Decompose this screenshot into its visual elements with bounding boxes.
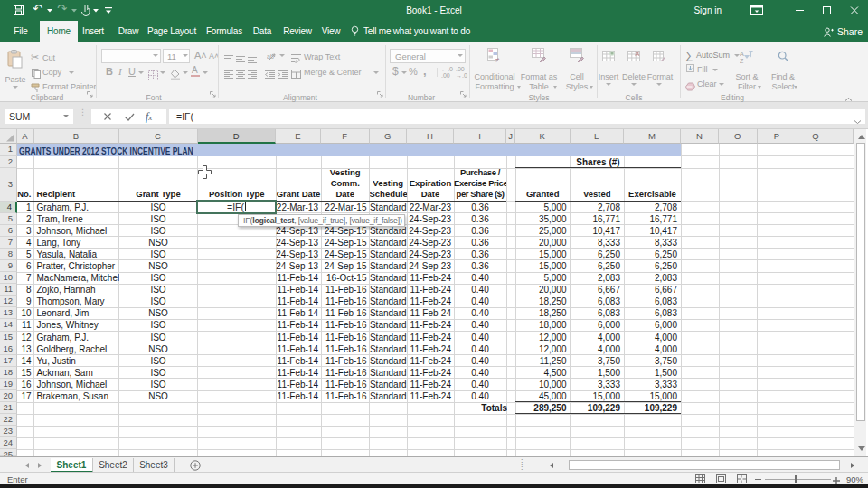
sheet-tab-sheet1[interactable]: Sheet1 <box>51 458 93 473</box>
cell-H10[interactable]: 11-Feb-24 <box>407 272 454 284</box>
cell-M12[interactable]: 6,083 <box>624 296 681 307</box>
cell-A19[interactable]: 16 <box>17 379 34 390</box>
share-button[interactable]: Share <box>824 21 863 42</box>
cell-M14[interactable]: 6,000 <box>624 319 681 331</box>
cell-M4[interactable]: 2,708 <box>624 202 681 213</box>
tab-review[interactable]: Review <box>280 21 315 42</box>
dropdown-caret-icon[interactable] <box>203 71 208 74</box>
row-header-9[interactable]: 9 <box>0 260 17 272</box>
cell-C8[interactable]: ISO <box>119 249 198 260</box>
column-header-A[interactable]: A <box>17 129 34 144</box>
cell-I15[interactable]: 0.40 <box>454 332 506 343</box>
cell-K18[interactable]: 4,500 <box>515 367 571 379</box>
row-header-19[interactable]: 19 <box>0 379 17 390</box>
cell-A12[interactable]: 9 <box>17 296 34 307</box>
tab-draw[interactable]: Draw <box>114 21 143 42</box>
decrease-decimal-icon[interactable]: .00→.0 <box>456 66 467 79</box>
col-header-granted[interactable]: Granted <box>515 168 571 202</box>
cell-L11[interactable]: 6,667 <box>571 284 625 296</box>
cell-F14[interactable]: 11-Feb-16 <box>321 319 370 331</box>
cell-H20[interactable]: 11-Feb-24 <box>407 390 454 402</box>
cell-H11[interactable]: 11-Feb-24 <box>407 284 454 296</box>
cell-H6[interactable]: 24-Sep-23 <box>407 225 454 237</box>
cell-C18[interactable]: ISO <box>119 367 198 379</box>
tab-insert[interactable]: Insert <box>80 21 107 42</box>
cell-F8[interactable]: 24-Sep-15 <box>321 249 370 260</box>
cell-A5[interactable]: 2 <box>17 213 34 225</box>
dropdown-caret-icon[interactable] <box>719 83 724 86</box>
cell-M10[interactable]: 2,083 <box>624 272 681 284</box>
dropdown-caret-icon[interactable] <box>183 54 188 57</box>
cell-B19[interactable]: Johnson, Michael <box>34 379 119 390</box>
align-middle-icon[interactable] <box>236 51 245 67</box>
cell-B8[interactable]: Yasula, Natalia <box>34 249 119 260</box>
dropdown-caret-icon[interactable] <box>373 71 379 74</box>
cell-F9[interactable]: 24-Sep-15 <box>321 260 370 272</box>
cell-K9[interactable]: 15,000 <box>515 260 571 272</box>
column-header-P[interactable]: P <box>758 129 797 144</box>
cell-L7[interactable]: 8,333 <box>571 237 625 249</box>
cell-F19[interactable]: 11-Feb-16 <box>321 379 370 390</box>
cell-C5[interactable]: ISO <box>119 213 198 225</box>
row-header-3[interactable]: 3 <box>0 168 17 202</box>
cell-C6[interactable]: ISO <box>119 225 198 237</box>
cell-C19[interactable]: ISO <box>119 379 198 390</box>
column-header-M[interactable]: M <box>624 129 681 144</box>
wrap-text-label[interactable]: Wrap Text <box>304 52 340 61</box>
cell-M19[interactable]: 3,333 <box>624 379 681 390</box>
formula-bar-splitter[interactable]: ⋮ <box>79 110 87 114</box>
row-header-23[interactable]: 23 <box>0 426 17 437</box>
find-select-label[interactable]: Find & Select <box>765 72 801 92</box>
ribbon-display-options-icon[interactable] <box>750 5 763 15</box>
cell-C14[interactable]: ISO <box>119 319 198 331</box>
cell-M7[interactable]: 8,333 <box>624 237 681 249</box>
cell-K13[interactable]: 18,250 <box>515 307 571 319</box>
cell-I10[interactable]: 0.40 <box>454 272 506 284</box>
cell-B5[interactable]: Tram, Irene <box>34 213 119 225</box>
increase-decimal-icon[interactable]: ←.0.00 <box>441 66 453 79</box>
cell-M15[interactable]: 4,000 <box>624 332 681 343</box>
cell-H9[interactable]: 24-Sep-23 <box>407 260 454 272</box>
accounting-format-icon[interactable]: $ <box>392 65 399 78</box>
cell-F20[interactable]: 11-Feb-16 <box>321 390 370 402</box>
orientation-icon[interactable]: ab <box>267 50 278 66</box>
format-cells-icon[interactable] <box>653 49 665 65</box>
cell-B7[interactable]: Lang, Tony <box>34 237 119 249</box>
tab-scrollbar-splitter[interactable]: ⋮⋮ <box>518 461 525 469</box>
column-header-L[interactable]: L <box>571 129 625 144</box>
formula-input[interactable]: =IF( <box>169 109 865 124</box>
horizontal-scrollbar-thumb[interactable] <box>569 460 840 470</box>
tab-file[interactable]: File <box>7 21 34 42</box>
column-header-O[interactable]: O <box>719 129 758 144</box>
cell-E9[interactable]: 24-Sep-13 <box>276 260 321 272</box>
cell-A18[interactable]: 15 <box>17 367 34 379</box>
dropdown-caret-icon[interactable] <box>69 71 74 74</box>
minimize-button[interactable] <box>787 0 814 21</box>
cell-G10[interactable]: Standard <box>370 272 408 284</box>
sort-filter-label[interactable]: Sort & Filter <box>729 72 765 92</box>
row-header-5[interactable]: 5 <box>0 213 17 225</box>
fill-icon[interactable] <box>686 64 694 74</box>
dropdown-caret-icon[interactable] <box>631 83 637 86</box>
cell-E11[interactable]: 11-Feb-14 <box>276 284 321 296</box>
cell-L15[interactable]: 4,000 <box>571 332 625 343</box>
cell-G13[interactable]: Standard <box>370 307 408 319</box>
cell-L13[interactable]: 6,083 <box>571 307 625 319</box>
tab-formulas[interactable]: Formulas <box>204 21 244 42</box>
row-header-21[interactable]: 21 <box>0 402 17 414</box>
row-header-15[interactable]: 15 <box>0 332 17 343</box>
cell-F10[interactable]: 16-Oct-15 <box>321 272 370 284</box>
find-select-caret-icon[interactable] <box>794 86 797 89</box>
cell-K14[interactable]: 18,000 <box>515 319 571 331</box>
cell-A4[interactable]: 1 <box>17 202 34 213</box>
bold-icon[interactable]: B <box>106 66 113 77</box>
cell-G17[interactable]: Standard <box>370 355 408 367</box>
cell-F16[interactable]: 11-Feb-16 <box>321 343 370 355</box>
zoom-out-button[interactable] <box>755 479 761 481</box>
dropdown-caret-icon[interactable] <box>153 54 158 57</box>
cell-K5[interactable]: 35,000 <box>515 213 571 225</box>
col-header-vesting_schedule[interactable]: Vesting Schedule <box>370 168 408 202</box>
column-header-Q[interactable]: Q <box>797 129 835 144</box>
align-center-icon[interactable] <box>236 66 245 82</box>
next-sheet-icon[interactable] <box>38 463 42 468</box>
